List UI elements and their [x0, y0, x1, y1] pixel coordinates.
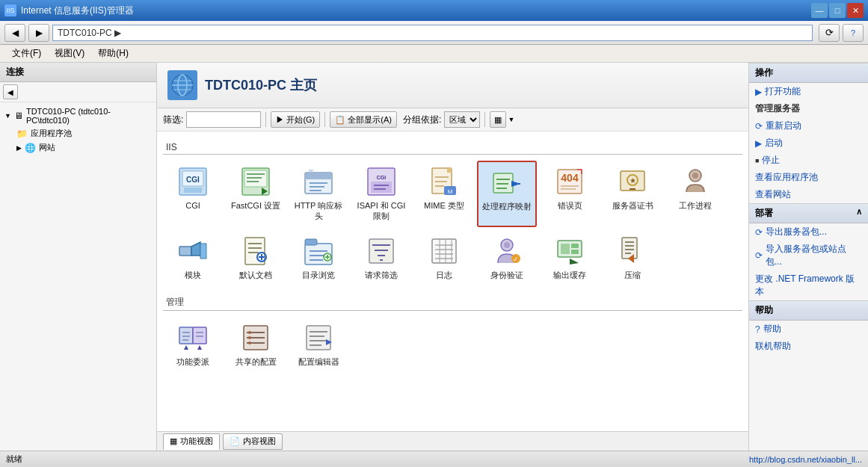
start-btn[interactable]: ▶ 开始(G) — [271, 111, 320, 128]
icon-http-headers[interactable]: HTTP 响应标头 — [289, 161, 348, 227]
icon-output-cache[interactable]: 输出缓存 — [540, 230, 600, 285]
tree-web-label: 网站 — [39, 142, 55, 153]
deploy-expand-icon[interactable]: ∧ — [856, 207, 862, 220]
show-all-btn[interactable]: 📋 全部显示(A) — [330, 111, 397, 128]
status-left: 就绪 — [6, 454, 22, 465]
export-icon: ⟳ — [755, 227, 763, 238]
center-header: TDTC010-PC 主页 — [157, 63, 748, 108]
feature-view-icon: ▦ — [170, 436, 177, 446]
icon-worker[interactable]: 工作进程 — [665, 161, 725, 227]
output-cache-icon-img — [554, 235, 585, 267]
view-btn[interactable]: ▦ — [490, 111, 506, 128]
help-icon: ? — [755, 324, 760, 335]
icon-logging[interactable]: 日志 — [414, 230, 474, 285]
icon-config-editor[interactable]: 配置编辑器 — [289, 317, 348, 372]
close-button[interactable]: ✕ — [847, 3, 864, 18]
icon-dir-browse[interactable]: 目录浏览 — [289, 230, 348, 285]
svg-rect-49 — [179, 247, 191, 256]
refresh-button[interactable]: ⟳ — [819, 24, 840, 42]
minimize-button[interactable]: — — [811, 3, 828, 18]
icon-error[interactable]: 404 错误页 — [540, 161, 600, 227]
http-icon-img — [303, 166, 334, 197]
menu-file[interactable]: 文件(F) — [6, 46, 47, 61]
action-open-feature[interactable]: ▶ 打开功能 — [749, 83, 868, 100]
panel-toolbar: ◀ — [0, 82, 156, 102]
group-select[interactable]: 区域 — [444, 111, 480, 128]
action-change-framework[interactable]: 更改 .NET Framework 版本 — [749, 270, 868, 300]
config-editor-icon-img — [303, 322, 334, 353]
tab-content-view[interactable]: 📄 内容视图 — [223, 433, 283, 450]
fastcgi-label: FastCGI 设置 — [231, 200, 280, 211]
tree-pool-icon: 📁 — [16, 129, 28, 139]
svg-rect-85 — [561, 244, 570, 254]
menu-bar: 文件(F) 视图(V) 帮助(H) — [0, 45, 868, 63]
view-pool-label: 查看应用程序池 — [755, 171, 818, 184]
window-title: Internet 信息服务(IIS)管理器 — [21, 4, 134, 17]
icon-shared-config[interactable]: 共享的配置 — [226, 317, 286, 372]
icon-compress[interactable]: 压缩 — [603, 230, 662, 285]
shared-config-label: 共享的配置 — [236, 356, 277, 367]
svg-rect-33 — [493, 173, 513, 193]
icon-cgi[interactable]: CGI CGI — [163, 161, 223, 227]
error-icon-img: 404 — [554, 166, 585, 197]
icon-auth[interactable]: ✓ 身份验证 — [477, 230, 537, 285]
icon-cert[interactable]: ★ 服务器证书 — [603, 161, 662, 227]
action-import-server[interactable]: ⟳ 导入服务器包或站点包... — [749, 241, 868, 270]
icon-modules[interactable]: 模块 — [163, 230, 223, 285]
cert-label: 服务器证书 — [612, 200, 653, 211]
action-online-help[interactable]: 联机帮助 — [749, 338, 868, 355]
help-button[interactable]: ? — [843, 24, 864, 42]
panel-back-btn[interactable]: ◀ — [3, 84, 18, 99]
stop-icon: ■ — [755, 157, 759, 164]
tree-website[interactable]: ▶ 🌐 网站 — [15, 140, 153, 155]
action-export-server[interactable]: ⟳ 导出服务器包... — [749, 223, 868, 241]
menu-help[interactable]: 帮助(H) — [92, 46, 135, 61]
filter-input[interactable] — [186, 111, 261, 128]
action-view-website[interactable]: 查看网站 — [749, 186, 868, 203]
icon-delegation[interactable]: 功能委派 — [163, 317, 223, 372]
tree-root-arrow: ▼ — [4, 112, 11, 120]
icon-default-doc[interactable]: 默认文档 — [226, 230, 286, 285]
forward-button[interactable]: ▶ — [28, 24, 49, 42]
tree-root[interactable]: ▼ 🖥 TDTC010-PC (tdtc010-PC\tdtc010) — [3, 105, 153, 126]
modules-icon-img — [177, 235, 209, 267]
icon-handler[interactable]: 处理程序映射 — [477, 161, 537, 227]
svg-marker-50 — [191, 242, 200, 256]
tab-feature-view[interactable]: ▦ 功能视图 — [163, 433, 220, 450]
action-view-apppool[interactable]: 查看应用程序池 — [749, 169, 868, 186]
action-help[interactable]: ? 帮助 — [749, 321, 868, 338]
icon-isapi-cgi[interactable]: CGI ISAPI 和 CGI 限制 — [351, 161, 411, 227]
action-stop[interactable]: ■ 停止 — [749, 152, 868, 169]
deploy-label: 部署 — [755, 207, 773, 220]
tree-root-label: TDTC010-PC (tdtc010-PC\tdtc010) — [26, 107, 152, 125]
svg-text:★: ★ — [630, 176, 636, 185]
svg-marker-88 — [570, 259, 579, 265]
request-filter-icon-img — [366, 235, 397, 267]
import-icon: ⟳ — [755, 250, 763, 261]
manage-server-title: 管理服务器 — [749, 100, 868, 117]
request-filter-label: 请求筛选 — [365, 270, 398, 280]
address-input[interactable]: TDTC010-PC ▶ — [52, 25, 813, 41]
tree-app-pool[interactable]: 📁 应用程序池 — [15, 126, 153, 140]
svg-rect-95 — [179, 327, 193, 344]
title-controls[interactable]: — □ ✕ — [811, 3, 864, 18]
tree-pool-label: 应用程序池 — [31, 128, 72, 139]
tree-web-arrow: ▶ — [16, 144, 22, 152]
svg-marker-103 — [197, 345, 202, 350]
action-start[interactable]: ▶ 启动 — [749, 134, 868, 152]
icon-mime[interactable]: M MIME 类型 — [414, 161, 474, 227]
center-title: TDTC010-PC 主页 — [205, 76, 317, 94]
svg-point-108 — [248, 331, 251, 334]
dir-browse-label: 目录浏览 — [302, 270, 335, 280]
handler-icon-img — [491, 167, 523, 198]
maximize-button[interactable]: □ — [829, 3, 846, 18]
output-cache-label: 输出缓存 — [553, 270, 586, 280]
back-button[interactable]: ◀ — [4, 24, 25, 42]
icon-fastcgi[interactable]: FastCGI 设置 — [226, 161, 286, 227]
svg-rect-60 — [305, 239, 317, 245]
icon-request-filter[interactable]: 请求筛选 — [351, 230, 411, 285]
action-restart[interactable]: ⟳ 重新启动 — [749, 117, 868, 134]
export-label: 导出服务器包... — [766, 226, 827, 238]
filter-label: 筛选: — [163, 114, 183, 126]
menu-view[interactable]: 视图(V) — [49, 46, 90, 61]
